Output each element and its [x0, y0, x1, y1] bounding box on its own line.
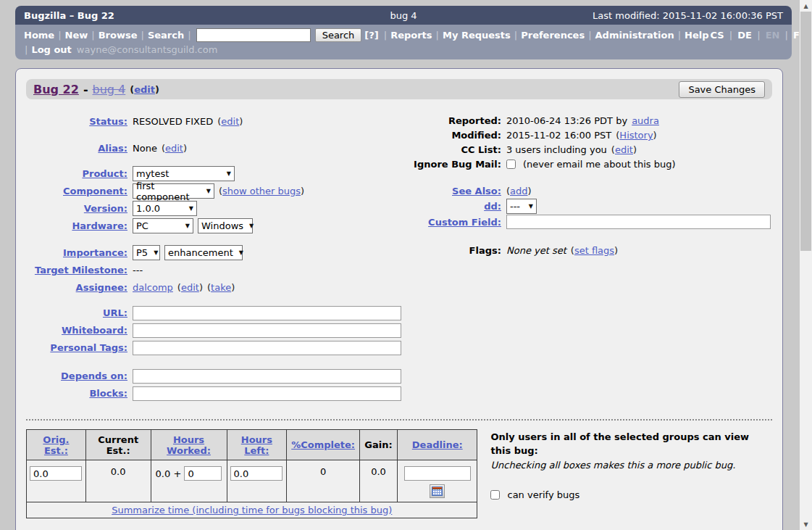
show-other-bugs-link[interactable]: show other bugs: [222, 186, 301, 196]
flags-label: Flags:: [413, 245, 501, 256]
hours-left-input[interactable]: [230, 466, 282, 481]
assignee-user-link[interactable]: dalcomp: [133, 282, 173, 293]
dd-field-label[interactable]: dd:: [484, 201, 501, 212]
see-also-field-label[interactable]: See Also:: [452, 186, 501, 196]
reporter-user-link[interactable]: audra: [632, 115, 659, 126]
url-field-label[interactable]: URL:: [103, 307, 127, 318]
blocks-row: Blocks:: [26, 386, 413, 401]
version-field-label[interactable]: Version:: [84, 203, 127, 214]
scrollbar-up-arrow-icon[interactable]: ▲: [800, 0, 812, 12]
os-select[interactable]: Windows ▼: [198, 218, 253, 233]
importance-field-label[interactable]: Importance:: [63, 247, 127, 258]
nav-new-link[interactable]: New: [65, 30, 88, 41]
separator: |: [436, 30, 439, 41]
dropdown-arrow-icon: ▼: [185, 223, 190, 229]
depends-on-input[interactable]: [133, 369, 401, 384]
assignee-take-link[interactable]: take: [211, 282, 231, 293]
summarize-time-link[interactable]: Summarize time (including time for bugs …: [112, 505, 392, 515]
personal-tags-field-label[interactable]: Personal Tags:: [50, 342, 127, 353]
product-field-label[interactable]: Product:: [82, 168, 127, 179]
scrollbar-thumb[interactable]: [800, 12, 811, 251]
orig-est-header-link[interactable]: Orig. Est.:: [43, 434, 69, 456]
custom-field-row: Custom Field:: [413, 215, 772, 229]
depends-on-field-label[interactable]: Depends on:: [61, 370, 127, 381]
personal-tags-row: Personal Tags:: [26, 340, 413, 355]
see-also-add-link[interactable]: add: [510, 186, 527, 196]
blocks-field-label[interactable]: Blocks:: [89, 388, 127, 399]
save-changes-button[interactable]: Save Changes: [679, 81, 765, 98]
ignore-bug-mail-label: Ignore Bug Mail:: [413, 159, 501, 170]
language-switcher: CS | DE | EN | FR | JA | ZH-TW: [711, 30, 812, 41]
custom-field-input[interactable]: [506, 215, 771, 229]
separator: |: [58, 30, 61, 41]
alias-edit-link[interactable]: edit: [165, 143, 183, 154]
hours-worked-header-link[interactable]: Hours Worked:: [167, 434, 211, 456]
calendar-button[interactable]: [430, 484, 445, 498]
quicksearch-help-link[interactable]: [?]: [364, 30, 378, 41]
separator: |: [141, 30, 144, 41]
whiteboard-input[interactable]: [133, 323, 401, 338]
assignee-row: Assignee: dalcomp (edit) (take): [26, 280, 413, 295]
url-input[interactable]: [133, 306, 401, 320]
severity-select[interactable]: enhancement ▼: [164, 245, 243, 260]
whiteboard-field-label[interactable]: Whiteboard:: [62, 325, 127, 336]
logout-link[interactable]: Log out: [31, 44, 71, 55]
custom-field-label[interactable]: Custom Field:: [428, 217, 501, 228]
summary-edit-link[interactable]: edit: [134, 84, 155, 95]
blocks-input[interactable]: [133, 386, 401, 401]
nav-reports-link[interactable]: Reports: [390, 30, 432, 41]
can-verify-bugs-label: can verify bugs: [507, 489, 579, 500]
assignee-edit-link[interactable]: edit: [181, 282, 199, 293]
product-select[interactable]: mytest ▼: [133, 166, 235, 181]
cc-edit-link[interactable]: edit: [615, 144, 633, 155]
vertical-scrollbar[interactable]: ▲ ▼: [800, 0, 812, 530]
ignore-bug-mail-checkbox[interactable]: [506, 160, 516, 169]
version-select[interactable]: 1.0.0 ▼: [133, 201, 197, 216]
nav-home-link[interactable]: Home: [24, 30, 54, 41]
hours-add-input[interactable]: [184, 466, 222, 481]
component-field-label[interactable]: Component:: [63, 186, 127, 196]
status-edit-link[interactable]: edit: [221, 116, 239, 127]
can-verify-bugs-checkbox[interactable]: [490, 490, 500, 500]
nav-browse-link[interactable]: Browse: [99, 30, 138, 41]
dropdown-arrow-icon: ▼: [189, 205, 193, 212]
priority-select[interactable]: P5 ▼: [133, 245, 160, 260]
can-verify-bugs-option[interactable]: can verify bugs: [490, 489, 772, 500]
time-tracking-value-row: 0.0 0.0 + 0 0.0: [27, 460, 477, 502]
set-flags-link[interactable]: set flags: [574, 245, 614, 256]
dd-select[interactable]: --- ▼: [506, 199, 537, 214]
component-select[interactable]: first component ▼: [133, 183, 214, 199]
hardware-field-label[interactable]: Hardware:: [72, 220, 127, 231]
scrollbar-down-arrow-icon[interactable]: ▼: [800, 518, 812, 530]
percent-complete-header-link[interactable]: %Complete:: [291, 439, 355, 450]
orig-est-input[interactable]: [30, 466, 82, 481]
assignee-field-label[interactable]: Assignee:: [76, 282, 127, 293]
nav-search-link[interactable]: Search: [148, 30, 184, 41]
status-field-label[interactable]: Status:: [89, 116, 127, 127]
bug-old-summary-link[interactable]: bug 4: [93, 83, 126, 96]
quicksearch-button[interactable]: Search: [315, 28, 362, 42]
modified-label: Modified:: [413, 130, 501, 141]
lang-de-link[interactable]: DE: [737, 30, 752, 41]
nav-administration-link[interactable]: Administration: [595, 30, 674, 41]
status-value: RESOLVED FIXED: [133, 116, 213, 127]
deadline-input[interactable]: [404, 466, 471, 481]
deadline-header-link[interactable]: Deadline:: [412, 439, 463, 450]
separator: |: [25, 44, 28, 55]
personal-tags-input[interactable]: [133, 341, 401, 355]
hardware-select[interactable]: PC ▼: [133, 218, 193, 233]
lang-en-current: EN: [766, 30, 780, 41]
alias-field-label[interactable]: Alias:: [98, 143, 127, 154]
nav-my-requests-link[interactable]: My Requests: [443, 30, 511, 41]
nav-preferences-link[interactable]: Preferences: [521, 30, 585, 41]
hours-left-header-link[interactable]: Hours Left:: [241, 434, 272, 456]
quicksearch-input[interactable]: [196, 28, 311, 42]
lang-cs-link[interactable]: CS: [711, 30, 724, 41]
bug-id-link[interactable]: Bug 22: [33, 83, 79, 96]
nav-help-link[interactable]: Help: [685, 30, 708, 41]
target-milestone-field-label[interactable]: Target Milestone:: [35, 265, 127, 276]
logged-in-user-email: wayne@consultantsguild.com: [77, 44, 218, 55]
cc-list-row: CC List: 3 users including you (edit): [413, 143, 772, 157]
history-link[interactable]: History: [619, 130, 653, 141]
calendar-icon: [432, 486, 443, 496]
